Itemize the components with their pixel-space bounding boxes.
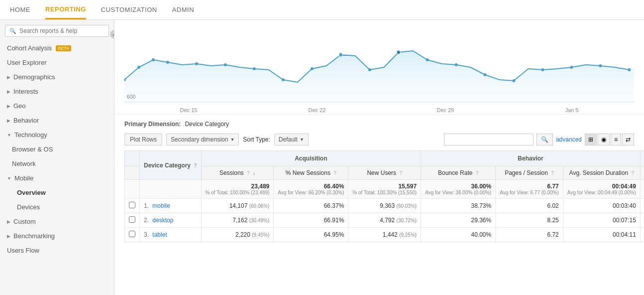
view-icons: ⊞ ◉ ≡ ⇄ bbox=[585, 134, 634, 146]
row2-checkbox[interactable] bbox=[129, 216, 135, 223]
row3-sessions: 2,220 (9.45%) bbox=[201, 228, 274, 242]
row2-bounce-rate: 29.36% bbox=[421, 213, 496, 228]
row3-new-users: 1,442 (9.25%) bbox=[348, 228, 421, 242]
table-row: 1. mobile 14,107 (60.06%) 66.37% 9,363 (… bbox=[125, 199, 644, 213]
sidebar-item-benchmarking[interactable]: ▶ Benchmarking bbox=[0, 229, 114, 243]
svg-point-1 bbox=[137, 66, 140, 69]
pct-new-sessions-help-icon[interactable]: ? bbox=[333, 170, 336, 176]
new-users-help-icon[interactable]: ? bbox=[399, 170, 402, 176]
sidebar-item-network[interactable]: Network bbox=[0, 156, 114, 171]
sidebar-item-demographics[interactable]: ▶ Demographics bbox=[0, 70, 114, 84]
row1-checkbox-cell[interactable] bbox=[125, 199, 140, 213]
devices-label: Devices bbox=[17, 203, 40, 211]
sort-arrow: ▼ bbox=[300, 137, 304, 142]
x-label-dec29: Dec 29 bbox=[437, 107, 454, 113]
secondary-dimension-dropdown[interactable]: Secondary dimension ▼ bbox=[166, 134, 239, 146]
geo-label: Geo bbox=[13, 102, 26, 110]
device-category-help-icon[interactable]: ? bbox=[194, 163, 197, 168]
cohort-analysis-label: Cohort Analysis bbox=[7, 44, 52, 52]
plot-rows-button[interactable]: Plot Rows bbox=[124, 134, 162, 146]
overview-label: Overview bbox=[17, 189, 46, 196]
svg-point-13 bbox=[455, 63, 458, 66]
secondary-dimension-arrow: ▼ bbox=[230, 137, 234, 142]
totals-label-cell bbox=[140, 180, 202, 199]
sidebar-item-cohort-analysis[interactable]: Cohort Analysis BETA bbox=[0, 41, 114, 55]
sidebar-item-devices[interactable]: Devices bbox=[0, 200, 114, 214]
row1-sessions: 14,107 (60.06%) bbox=[201, 199, 274, 213]
row2-checkbox-cell[interactable] bbox=[125, 213, 140, 228]
th-transactions[interactable]: Transactions ? bbox=[640, 166, 644, 180]
search-input[interactable] bbox=[19, 27, 105, 34]
advanced-link[interactable]: advanced bbox=[556, 136, 582, 143]
sidebar-item-mobile[interactable]: ▼ Mobile bbox=[0, 171, 114, 185]
custom-chevron: ▶ bbox=[7, 219, 10, 224]
nav-customization[interactable]: CUSTOMIZATION bbox=[101, 1, 157, 18]
search-box[interactable]: 🔍 bbox=[5, 25, 109, 37]
table-search-button[interactable]: 🔍 bbox=[537, 134, 553, 146]
th-acquisition: Acquisition bbox=[201, 151, 421, 166]
th-bounce-rate[interactable]: Bounce Rate ? bbox=[421, 166, 496, 180]
svg-point-6 bbox=[253, 67, 256, 70]
sidebar-item-technology[interactable]: ▼ Technology bbox=[0, 128, 114, 142]
svg-point-11 bbox=[397, 50, 401, 54]
sidebar-item-custom[interactable]: ▶ Custom bbox=[0, 214, 114, 229]
technology-label: Technology bbox=[14, 131, 47, 139]
row1-pages-per-session: 6.02 bbox=[496, 199, 563, 213]
controls-right: 🔍 advanced ⊞ ◉ ≡ ⇄ bbox=[444, 134, 634, 146]
avg-session-duration-help-icon[interactable]: ? bbox=[631, 170, 634, 176]
compare-view-button[interactable]: ⇄ bbox=[622, 134, 634, 146]
table-search-input[interactable] bbox=[444, 134, 534, 146]
row2-name-link[interactable]: desktop bbox=[152, 217, 173, 224]
row1-pct-new-sessions: 66.37% bbox=[274, 199, 348, 213]
row3-checkbox-cell[interactable] bbox=[125, 228, 140, 242]
svg-point-5 bbox=[224, 63, 227, 66]
th-new-users[interactable]: New Users ? bbox=[348, 166, 421, 180]
main-layout: ◀ 🔍 Cohort Analysis BETA User Explorer ▶… bbox=[0, 20, 644, 295]
row3-bounce-rate: 40.00% bbox=[421, 228, 496, 242]
sidebar-item-interests[interactable]: ▶ Interests bbox=[0, 84, 114, 99]
interests-label: Interests bbox=[13, 88, 38, 95]
benchmarking-chevron: ▶ bbox=[7, 234, 10, 239]
totals-avg-session-duration: 00:04:49 Avg for View: 00:04:49 (0.00%) bbox=[563, 180, 640, 199]
row2-new-users: 4,792 (30.72%) bbox=[348, 213, 421, 228]
sidebar-item-overview[interactable]: Overview bbox=[0, 185, 114, 200]
sidebar-item-geo[interactable]: ▶ Geo bbox=[0, 99, 114, 113]
row1-checkbox[interactable] bbox=[129, 202, 135, 208]
th-checkbox-2 bbox=[125, 166, 140, 180]
sidebar-item-behavior[interactable]: ▶ Behavior bbox=[0, 113, 114, 128]
th-sessions[interactable]: Sessions ? ↓ bbox=[201, 166, 274, 180]
svg-point-10 bbox=[368, 68, 371, 71]
grid-view-button[interactable]: ⊞ bbox=[585, 134, 597, 146]
th-device-category[interactable]: Device Category ? bbox=[140, 151, 202, 180]
mobile-chevron: ▼ bbox=[7, 176, 11, 181]
list-view-button[interactable]: ≡ bbox=[611, 134, 621, 146]
sidebar-item-users-flow[interactable]: Users Flow bbox=[0, 243, 114, 258]
row1-name-link[interactable]: mobile bbox=[152, 202, 170, 209]
sidebar-collapse-button[interactable]: ◀ bbox=[110, 30, 114, 39]
svg-point-18 bbox=[599, 64, 602, 67]
sidebar-item-browser-os[interactable]: Browser & OS bbox=[0, 142, 114, 156]
nav-admin[interactable]: ADMIN bbox=[172, 1, 194, 18]
svg-point-3 bbox=[166, 61, 169, 64]
bounce-rate-help-icon[interactable]: ? bbox=[476, 170, 479, 176]
th-avg-session-duration[interactable]: Avg. Session Duration ? bbox=[563, 166, 640, 180]
nav-home[interactable]: HOME bbox=[10, 1, 30, 18]
sort-type-dropdown[interactable]: Default ▼ bbox=[274, 134, 309, 146]
th-pages-per-session[interactable]: Pages / Session ? bbox=[496, 166, 563, 180]
th-conversions: Conversions eCommerce ▼ bbox=[640, 151, 644, 166]
sidebar-item-user-explorer[interactable]: User Explorer bbox=[0, 55, 114, 70]
search-icon: 🔍 bbox=[9, 28, 16, 34]
pages-per-session-help-icon[interactable]: ? bbox=[551, 170, 554, 176]
totals-bounce-rate: 36.00% Avg for View: 36.00% (0.00%) bbox=[421, 180, 496, 199]
sessions-help-icon[interactable]: ? bbox=[247, 170, 250, 176]
sessions-sort-icon[interactable]: ↓ bbox=[253, 170, 255, 176]
row3-checkbox[interactable] bbox=[129, 231, 135, 237]
behavior-label: Behavior bbox=[13, 117, 39, 124]
row3-name-link[interactable]: tablet bbox=[152, 231, 167, 238]
behavior-chevron: ▶ bbox=[7, 118, 10, 123]
nav-reporting[interactable]: REPORTING bbox=[45, 0, 86, 19]
x-label-dec15: Dec 15 bbox=[180, 107, 198, 113]
th-pct-new-sessions[interactable]: % New Sessions ? bbox=[274, 166, 348, 180]
technology-chevron: ▼ bbox=[7, 133, 11, 138]
pie-view-button[interactable]: ◉ bbox=[598, 134, 610, 146]
